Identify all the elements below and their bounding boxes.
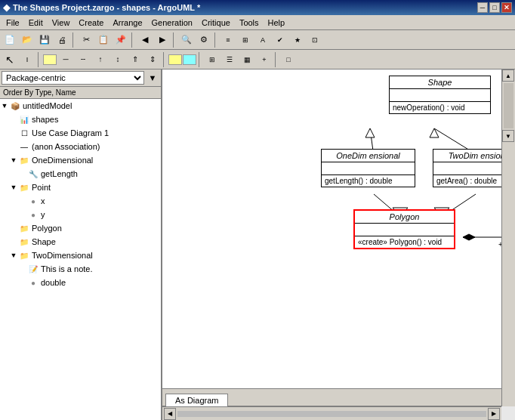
tree-item[interactable]: ▼📁TwoDimensional	[0, 249, 161, 262]
tool-yellow-box[interactable]	[43, 54, 57, 65]
tree-item[interactable]: 📁Polygon	[0, 221, 161, 235]
menu-file[interactable]: File	[2, 17, 24, 29]
scroll-down-arrow[interactable]: ▼	[502, 130, 514, 142]
toolbar-b2[interactable]: ⊞	[237, 32, 254, 48]
menubar: File Edit View Create Arrange Generation…	[0, 15, 515, 30]
tree-item[interactable]: 📊shapes	[0, 113, 161, 126]
tool-line[interactable]: ─	[57, 51, 74, 68]
shape-footer: newOperation() : void	[390, 101, 490, 113]
toolbar-save[interactable]: 💾	[36, 32, 53, 48]
tree-icon-package: 📁	[18, 249, 30, 261]
tree-label: (anon Association)	[32, 142, 100, 151]
menu-generation[interactable]: Generation	[147, 17, 197, 29]
menu-view[interactable]: View	[48, 17, 75, 29]
titlebar-left: ◆ The Shapes Project.zargo - shapes - Ar…	[3, 2, 200, 13]
tree-icon-method: 🔧	[27, 168, 39, 180]
tree-toggle[interactable]: ▼	[0, 102, 9, 110]
uml-shape-class[interactable]: Shape newOperation() : void	[389, 76, 491, 114]
scroll-left-arrow[interactable]: ◀	[164, 408, 176, 420]
tree-item[interactable]: ●y	[0, 208, 161, 221]
scroll-right-arrow[interactable]: ▶	[488, 408, 500, 420]
toolbar-copy[interactable]: 📋	[95, 32, 112, 48]
toolbar-settings[interactable]: ⚙	[196, 32, 212, 48]
toolbar-b4[interactable]: ✔	[272, 32, 288, 48]
tree-item[interactable]: ▼📁Point	[0, 181, 161, 194]
panel-dropdown[interactable]: Package-centric	[2, 71, 144, 85]
tool-grid[interactable]: ⊞	[204, 51, 220, 68]
diagram-canvas[interactable]: 1..* +Vertices + Shape newOperation() : …	[162, 69, 501, 406]
tree-item[interactable]: —(anon Association)	[0, 140, 161, 153]
toolbar-b3[interactable]: A	[254, 32, 271, 48]
tree-item[interactable]: 🔧getLength	[0, 167, 161, 181]
tool-color1[interactable]	[168, 54, 182, 65]
tree-area[interactable]: ▼📦untitledModel📊shapes☐Use Case Diagram …	[0, 99, 161, 420]
menu-help[interactable]: Help	[264, 17, 290, 29]
tree-item[interactable]: 📝This is a note.	[0, 262, 161, 276]
polygon-header: Polygon	[355, 211, 454, 224]
tree-label: shapes	[32, 115, 58, 124]
toolbar-paste[interactable]: 📌	[113, 32, 129, 48]
toolbar-forward[interactable]: ▶	[154, 32, 171, 48]
tree-toggle[interactable]: ▼	[9, 184, 18, 191]
menu-tools[interactable]: Tools	[235, 17, 264, 29]
tree-item[interactable]: ●double	[0, 276, 161, 289]
tree-item[interactable]: ▼📦untitledModel	[0, 99, 161, 113]
tree-item[interactable]: ▼📁OneDimensional	[0, 153, 161, 167]
tree-icon-assoc: —	[18, 141, 30, 153]
panel-config-btn[interactable]: ▼	[146, 71, 159, 85]
tool-list[interactable]: ☰	[221, 51, 238, 68]
uml-onedim-class[interactable]: OneDim ensional getLength() : double	[321, 149, 415, 187]
tree-item[interactable]: 📁Shape	[0, 235, 161, 249]
tool-plus[interactable]: +	[256, 51, 273, 68]
toolbar-b6[interactable]: ⊡	[307, 32, 323, 48]
uml-polygon-class[interactable]: Polygon «create» Polygon() : void	[353, 209, 455, 249]
onedim-body	[322, 162, 415, 174]
minimize-button[interactable]: ─	[477, 2, 488, 13]
scroll-up-arrow[interactable]: ▲	[502, 69, 514, 82]
tool-select[interactable]: ↖	[2, 51, 18, 68]
toolbar-b5[interactable]: ★	[289, 32, 306, 48]
tree-toggle[interactable]: ▼	[9, 156, 18, 164]
tree-label: Shape	[32, 237, 56, 246]
sep2	[131, 32, 134, 48]
diagram-area[interactable]: 1..* +Vertices + Shape newOperation() : …	[162, 69, 515, 420]
toolbar-new[interactable]: 📄	[2, 32, 18, 48]
toolbar-open[interactable]: 📂	[19, 32, 35, 48]
tool-arrow-up[interactable]: ↑	[92, 51, 109, 68]
tree-icon-double: ●	[27, 276, 39, 289]
tree-item[interactable]: ●x	[0, 194, 161, 208]
tool-table[interactable]: ▦	[239, 51, 255, 68]
tree-item[interactable]: ☐Use Case Diagram 1	[0, 126, 161, 140]
tool-arrow-down[interactable]: ↕	[109, 51, 126, 68]
maximize-button[interactable]: □	[489, 2, 500, 13]
diagram-scrollbar-v[interactable]: ▲ ▼	[501, 69, 515, 406]
menu-arrange[interactable]: Arrange	[108, 17, 146, 29]
tool-color2[interactable]	[183, 54, 196, 65]
tree-label: Use Case Diagram 1	[32, 128, 109, 137]
toolbar-b1[interactable]: ≡	[220, 32, 236, 48]
tree-toggle[interactable]: ▼	[9, 252, 18, 259]
sep4	[214, 32, 217, 48]
close-button[interactable]: ✕	[501, 2, 512, 13]
menu-create[interactable]: Create	[74, 17, 108, 29]
tree-icon-usecase: ☐	[18, 127, 30, 139]
tree-label: TwoDimensional	[32, 251, 93, 260]
toolbar-print[interactable]: 🖨	[54, 32, 70, 48]
diagram-tab-active[interactable]: As Diagram	[165, 394, 228, 406]
tool-rect[interactable]: □	[280, 51, 297, 68]
toolbar-cut[interactable]: ✂	[78, 32, 94, 48]
tool-arrow4[interactable]: ⇕	[144, 51, 161, 68]
tree-icon-model: 📦	[9, 100, 21, 112]
tree-icon-note: 📝	[27, 263, 39, 275]
toolbar-find[interactable]: 🔍	[178, 32, 195, 48]
toolbar-back[interactable]: ◀	[137, 32, 153, 48]
tool-cursor[interactable]: I	[19, 51, 35, 68]
menu-edit[interactable]: Edit	[24, 17, 48, 29]
tree-icon-package: 📁	[18, 222, 30, 234]
diagram-scrollbar-h[interactable]: ◀ ▶	[162, 406, 501, 420]
menu-critique[interactable]: Critique	[197, 17, 235, 29]
panel-header: Package-centric ▼	[0, 69, 161, 87]
tool-dashed[interactable]: ╌	[75, 51, 91, 68]
uml-twodim-class[interactable]: TwoDim ensional getArea() : double	[433, 149, 501, 187]
tool-arrow3[interactable]: ⇑	[127, 51, 143, 68]
